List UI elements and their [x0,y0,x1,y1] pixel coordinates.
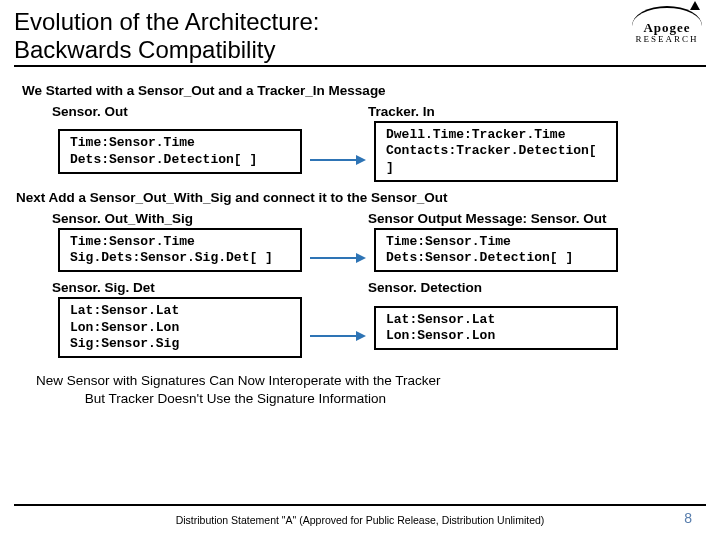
sensor-sigdet-box: Lat:Sensor.Lat Lon:Sensor.Lon Sig:Sensor… [58,297,302,358]
box-line: Lat:Sensor.Lat [70,303,290,319]
section2-lead: Next Add a Sensor_Out_With_Sig and conne… [16,190,704,205]
arrow-right-icon [310,329,366,343]
box-line: Time:Sensor.Time [70,234,290,250]
conclusion: New Sensor with Signatures Can Now Inter… [36,372,704,408]
title-row: Evolution of the Architecture: Backwards… [14,8,706,67]
tracker-in-label: Tracker. In [366,104,696,119]
box-line: Lon:Sensor.Lon [386,328,606,344]
box-line: Dets:Sensor.Detection[ ] [70,152,290,168]
page-number: 8 [684,510,692,526]
box-line: Sig:Sensor.Sig [70,336,290,352]
title-line2: Backwards Compatibility [14,36,275,63]
section1-labels: Sensor. Out Tracker. In [50,104,704,121]
arrow-right-icon [310,251,366,265]
box-line: Contacts:Tracker.Detection[ ] [386,143,606,176]
logo: Apogee RESEARCH [632,6,702,44]
box-line: Dwell.Time:Tracker.Time [386,127,606,143]
logo-star-icon [690,1,700,10]
slide-body: We Started with a Sensor_Out and a Track… [14,67,706,408]
sensor-out-sig-label: Sensor. Out_With_Sig [50,211,366,226]
box-line: Lon:Sensor.Lon [70,320,290,336]
svg-marker-3 [356,253,366,263]
box-line: Time:Sensor.Time [70,135,290,151]
conclusion-line1: New Sensor with Signatures Can Now Inter… [36,373,440,388]
svg-marker-5 [356,331,366,341]
section1-boxes: Time:Sensor.Time Dets:Sensor.Detection[ … [50,121,704,182]
sensor-output-msg-box: Time:Sensor.Time Dets:Sensor.Detection[ … [374,228,618,273]
box-line: Sig.Dets:Sensor.Sig.Det[ ] [70,250,290,266]
box-line: Lat:Sensor.Lat [386,312,606,328]
section2-row2-boxes: Lat:Sensor.Lat Lon:Sensor.Lon Sig:Sensor… [50,297,704,358]
conclusion-line2: But Tracker Doesn't Use the Signature In… [85,391,386,406]
sensor-output-msg-label: Sensor Output Message: Sensor. Out [366,211,696,226]
tracker-in-box: Dwell.Time:Tracker.Time Contacts:Tracker… [374,121,618,182]
slide-title: Evolution of the Architecture: Backwards… [14,8,706,67]
slide: Evolution of the Architecture: Backwards… [0,0,720,540]
section2-row2-labels: Sensor. Sig. Det Sensor. Detection [50,280,704,297]
sensor-detection-label: Sensor. Detection [366,280,696,295]
sensor-out-sig-box: Time:Sensor.Time Sig.Dets:Sensor.Sig.Det… [58,228,302,273]
section1-lead: We Started with a Sensor_Out and a Track… [22,83,704,98]
box-line: Time:Sensor.Time [386,234,606,250]
box-line: Dets:Sensor.Detection[ ] [386,250,606,266]
logo-sub: RESEARCH [632,34,702,44]
arrow-right-icon [310,153,366,167]
sensor-out-label: Sensor. Out [50,104,366,119]
footer-text: Distribution Statement "A" (Approved for… [0,514,720,526]
sensor-out-box: Time:Sensor.Time Dets:Sensor.Detection[ … [58,129,302,174]
footer-rule [14,504,706,506]
logo-arc-icon [632,6,702,26]
svg-marker-1 [356,155,366,165]
sensor-sigdet-label: Sensor. Sig. Det [50,280,366,295]
title-line1: Evolution of the Architecture: [14,8,320,35]
sensor-detection-box: Lat:Sensor.Lat Lon:Sensor.Lon [374,306,618,351]
section2-row1-boxes: Time:Sensor.Time Sig.Dets:Sensor.Sig.Det… [50,228,704,273]
section2-row1-labels: Sensor. Out_With_Sig Sensor Output Messa… [50,211,704,228]
